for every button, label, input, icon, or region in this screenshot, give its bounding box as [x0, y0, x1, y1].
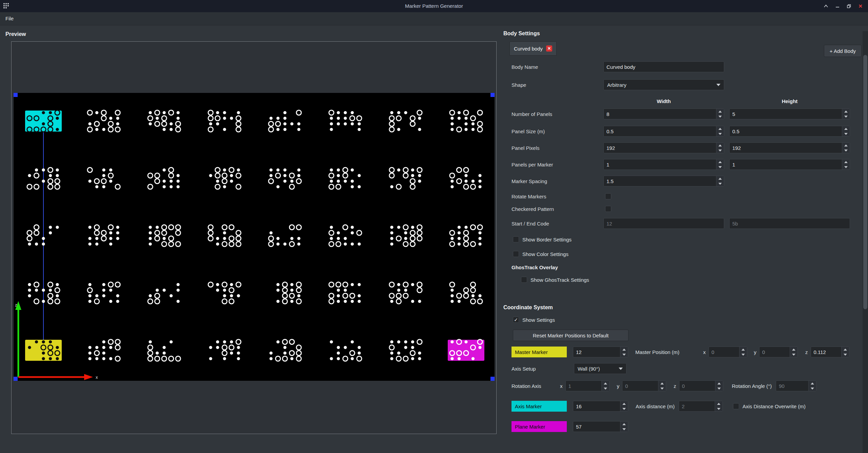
rotate-markers-label: Rotate Markers [512, 194, 603, 199]
spinner-buttons[interactable] [842, 143, 850, 153]
spinner-buttons[interactable] [716, 176, 724, 186]
spinner-buttons[interactable] [808, 381, 816, 391]
spinner-buttons[interactable] [716, 126, 724, 136]
axis-marker-spinbox[interactable] [573, 401, 628, 412]
reset-marker-positions-button[interactable]: Reset Marker Positions to Default [513, 330, 629, 341]
tab-label: Curved body [514, 46, 543, 52]
spinner-buttons[interactable] [620, 421, 628, 432]
coordinate-system-heading: Coordinate System [503, 304, 553, 311]
panels-per-marker-width-input[interactable] [603, 159, 724, 170]
show-ghostrack-settings-checkbox[interactable] [521, 277, 527, 283]
spinner-buttons[interactable] [716, 109, 724, 119]
checkered-pattern-label: Checkered Pattern [512, 206, 603, 212]
rotation-x-spinbox[interactable] [565, 380, 610, 391]
axis-setup-value: Wall (90°) [578, 366, 600, 372]
show-color-settings-checkbox[interactable] [513, 251, 519, 257]
number-of-panels-height-spinbox[interactable] [729, 109, 850, 119]
panel-pixels-height-input[interactable] [729, 142, 850, 153]
spinner-buttons[interactable] [842, 126, 850, 136]
panel-size-label: Panel Size (m) [512, 129, 603, 134]
close-icon[interactable] [855, 1, 866, 11]
title-bar[interactable]: Marker Pattern Generator [0, 0, 868, 12]
spinner-buttons[interactable] [841, 347, 849, 357]
body-settings-heading: Body Settings [503, 31, 540, 37]
preview-heading: Preview [5, 31, 26, 37]
width-height-header-row: Width Height [512, 98, 850, 104]
spinner-buttons[interactable] [658, 381, 666, 391]
panel-pixels-width-spinbox[interactable] [603, 142, 724, 153]
panel-size-width-spinbox[interactable] [603, 126, 724, 137]
plane-marker-row: Plane Marker [512, 421, 628, 432]
end-code-input[interactable] [729, 218, 850, 229]
panel-pixels-width-input[interactable] [603, 142, 724, 153]
svg-text:x: x [96, 375, 98, 380]
master-x-label: x [703, 349, 706, 355]
panels-per-marker-width-spinbox[interactable] [603, 159, 724, 170]
master-z-label: z [805, 349, 808, 355]
vertical-scrollbar[interactable] [863, 31, 868, 453]
axis-distance-overwrite-checkbox[interactable] [733, 403, 739, 409]
panels-per-marker-height-spinbox[interactable] [729, 159, 850, 170]
show-settings-checkbox[interactable] [513, 317, 519, 323]
start-end-code-row: Start / End Code [512, 218, 850, 229]
start-code-input[interactable] [603, 218, 724, 229]
spinner-buttons[interactable] [620, 401, 628, 411]
spinner-buttons[interactable] [739, 347, 747, 357]
panel-pixels-label: Panel Pixels [512, 145, 603, 151]
panel-size-height-spinbox[interactable] [729, 126, 850, 137]
body-name-input[interactable] [603, 61, 724, 72]
panel-size-height-input[interactable] [729, 126, 850, 137]
tab-curved-body[interactable]: Curved body [509, 41, 557, 56]
tab-close-icon[interactable] [546, 45, 552, 52]
maximize-icon[interactable] [844, 1, 854, 11]
spinner-buttons[interactable] [842, 159, 850, 170]
axis-distance-spinbox[interactable] [679, 401, 723, 412]
rotation-axis-row: Rotation Axis x y z Rotation Angle (°) [512, 380, 816, 391]
spinner-buttons[interactable] [716, 143, 724, 153]
rotate-markers-checkbox[interactable] [605, 193, 611, 199]
master-y-label: y [754, 349, 757, 355]
rotation-z-spinbox[interactable] [679, 380, 723, 391]
number-of-panels-width-input[interactable] [603, 109, 724, 119]
show-border-settings-checkbox[interactable] [513, 236, 519, 242]
spinner-buttons[interactable] [620, 347, 628, 357]
number-of-panels-width-spinbox[interactable] [603, 109, 724, 119]
axis-setup-row: Axis Setup Wall (90°) [512, 363, 626, 374]
rotation-z-label: z [674, 383, 676, 389]
master-marker-row: Master Marker Master Position (m) x y z [512, 347, 849, 357]
panel-pixels-height-spinbox[interactable] [729, 142, 850, 153]
minimize-icon[interactable] [832, 1, 843, 11]
preview-canvas[interactable]: zx [14, 93, 495, 381]
marker-spacing-input[interactable] [603, 176, 724, 186]
spinner-buttons[interactable] [715, 401, 722, 411]
master-x-spinbox[interactable] [709, 347, 747, 357]
app-icon [3, 2, 9, 10]
add-body-button[interactable]: + Add Body [824, 45, 862, 57]
keep-above-icon[interactable] [821, 1, 831, 11]
checkered-pattern-checkbox[interactable] [605, 206, 611, 212]
menu-file[interactable]: File [0, 12, 19, 25]
show-color-settings-label: Show Color Settings [522, 251, 568, 257]
panels-per-marker-label: Panels per Marker [512, 162, 603, 168]
spinner-buttons[interactable] [715, 381, 723, 391]
spinner-buttons[interactable] [601, 381, 609, 391]
plane-marker-spinbox[interactable] [573, 421, 628, 432]
rotation-y-spinbox[interactable] [622, 380, 666, 391]
rotation-angle-spinbox[interactable] [776, 380, 816, 391]
master-marker-spinbox[interactable] [573, 347, 628, 357]
shape-dropdown[interactable]: Arbitrary [603, 79, 724, 90]
spinner-buttons[interactable] [716, 159, 724, 170]
panels-per-marker-height-input[interactable] [729, 159, 850, 170]
number-of-panels-height-input[interactable] [729, 109, 850, 119]
master-y-spinbox[interactable] [759, 347, 798, 357]
scrollbar-thumb[interactable] [863, 55, 867, 309]
master-z-spinbox[interactable] [811, 347, 849, 357]
axis-setup-dropdown[interactable]: Wall (90°) [574, 363, 626, 374]
ghostrack-overlay-heading: GhosTrack Overlay [512, 264, 558, 270]
panel-size-width-input[interactable] [603, 126, 724, 137]
spinner-buttons[interactable] [790, 347, 797, 357]
plane-marker-chip: Plane Marker [512, 421, 567, 432]
spinner-buttons[interactable] [842, 109, 850, 119]
show-ghostrack-settings-label: Show GhosTrack Settings [531, 277, 589, 283]
marker-spacing-spinbox[interactable] [603, 176, 724, 186]
